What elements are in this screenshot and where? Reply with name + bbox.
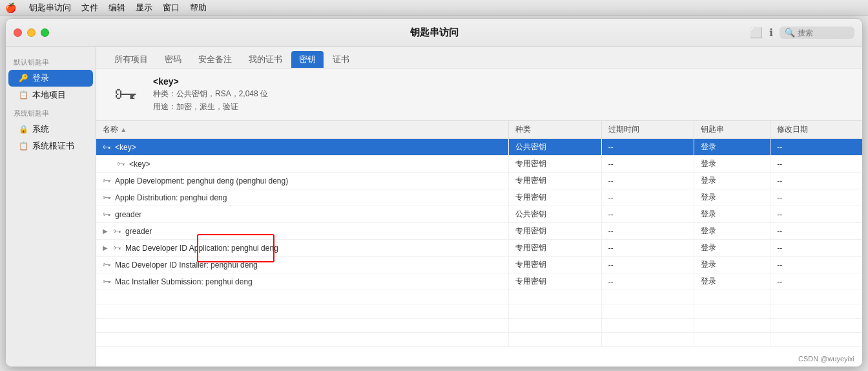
close-button[interactable] (14, 28, 22, 37)
row-modified: -- (770, 240, 862, 257)
row-type: 公共密钥 (509, 139, 601, 156)
name-cell: ▶🗝greader (103, 226, 322, 236)
key-icon: 🗝 (103, 260, 111, 270)
row-keychain: 登录 (694, 223, 770, 240)
row-keychain: 登录 (694, 173, 770, 189)
col-modified[interactable]: 修改日期 (770, 121, 862, 139)
sidebar-item-login[interactable]: 🔑 登录 (8, 70, 93, 87)
key-icon: 🗝 (113, 243, 121, 253)
key-icon: 🗝 (103, 193, 111, 202)
sidebar-item-label: 本地项目 (32, 89, 66, 101)
tab-key[interactable]: 密钥 (291, 51, 324, 68)
system-icon: 🔒 (19, 125, 28, 134)
row-expiry: -- (601, 223, 694, 240)
menu-display[interactable]: 显示 (136, 2, 152, 14)
expand-arrow-icon[interactable]: ▶ (103, 228, 108, 235)
sidebar-item-sysroot[interactable]: 📋 系统根证书 (8, 138, 93, 154)
empty-row (96, 304, 862, 319)
name-cell: 🗝Apple Development: penghui deng (penghu… (103, 176, 322, 186)
row-modified: -- (770, 189, 862, 206)
menu-help[interactable]: 帮助 (190, 2, 207, 14)
sidebar-item-label: 登录 (32, 72, 49, 84)
row-modified: -- (770, 173, 862, 189)
name-cell: 🗝<key> (103, 142, 322, 152)
row-keychain: 登录 (694, 240, 770, 257)
row-name: Mac Developer ID Application: penghui de… (125, 244, 278, 253)
tab-all[interactable]: 所有项目 (107, 51, 156, 68)
table-row[interactable]: ▶🗝greader专用密钥--登录-- (96, 223, 862, 240)
row-type: 专用密钥 (509, 189, 601, 206)
key-icon: 🗝 (103, 142, 111, 152)
col-expiry[interactable]: 过期时间 (601, 121, 694, 139)
window-title: 钥匙串访问 (410, 26, 459, 39)
empty-row (96, 333, 862, 347)
row-expiry: -- (601, 173, 694, 189)
menu-keychain[interactable]: 钥匙串访问 (29, 2, 71, 14)
info-button[interactable]: ℹ (769, 26, 773, 39)
col-modified-label: 修改日期 (777, 125, 808, 134)
row-modified: -- (770, 223, 862, 240)
col-type[interactable]: 种类 (509, 121, 601, 139)
row-name: greader (125, 227, 152, 236)
col-name-label: 名称 (103, 125, 118, 134)
table-container[interactable]: 名称 ▲ 种类 过期时间 钥匙串 修改日期 🗝<key>公共密钥--登录--🗝<… (96, 121, 862, 366)
sidebar-section-default: 默认钥匙串 (6, 52, 96, 70)
col-expiry-label: 过期时间 (608, 125, 639, 134)
key-icon: 🗝 (103, 277, 111, 286)
table-row[interactable]: 🗝greader公共密钥--登录-- (96, 206, 862, 223)
search-box[interactable]: 🔍 (780, 26, 854, 39)
table-row[interactable]: 🗝<key>专用密钥--登录-- (96, 156, 862, 173)
col-keychain-label: 钥匙串 (701, 125, 724, 134)
tab-security-note[interactable]: 安全备注 (191, 51, 240, 68)
search-input[interactable] (798, 28, 849, 37)
maximize-button[interactable] (41, 28, 49, 37)
sidebar-item-system[interactable]: 🔒 系统 (8, 121, 93, 138)
tab-password[interactable]: 密码 (157, 51, 189, 68)
table-row[interactable]: 🗝Mac Installer Submission: penghui deng专… (96, 273, 862, 290)
menu-window[interactable]: 窗口 (163, 2, 180, 14)
title-bar: 钥匙串访问 ⬜ ℹ 🔍 (6, 19, 862, 47)
table-row[interactable]: 🗝Apple Distribution: penghui deng专用密钥--登… (96, 189, 862, 206)
app-window: 钥匙串访问 ⬜ ℹ 🔍 默认钥匙串 🔑 登录 📋 本地项目 系统钥匙串 (5, 18, 863, 367)
table-header-row: 名称 ▲ 种类 过期时间 钥匙串 修改日期 (96, 121, 862, 139)
table-row[interactable]: 🗝Apple Development: penghui deng (penghu… (96, 173, 862, 189)
minimize-button[interactable] (27, 28, 36, 37)
keys-table: 名称 ▲ 种类 过期时间 钥匙串 修改日期 🗝<key>公共密钥--登录--🗝<… (96, 121, 862, 347)
main-area: 默认钥匙串 🔑 登录 📋 本地项目 系统钥匙串 🔒 系统 📋 系统根证书 (6, 47, 862, 366)
login-icon: 🔑 (19, 74, 28, 83)
empty-row (96, 290, 862, 304)
row-type: 专用密钥 (509, 156, 601, 173)
expand-arrow-icon[interactable]: ▶ (103, 244, 108, 251)
row-keychain: 登录 (694, 156, 770, 173)
empty-row (96, 319, 862, 333)
name-cell: 🗝Apple Distribution: penghui deng (103, 193, 322, 202)
row-modified: -- (770, 139, 862, 156)
sysroot-icon: 📋 (19, 142, 28, 151)
menu-file[interactable]: 文件 (81, 2, 98, 14)
sidebar-item-local[interactable]: 📋 本地项目 (8, 87, 93, 103)
table-row[interactable]: 🗝Mac Developer ID Installer: penghui den… (96, 257, 862, 273)
table-row[interactable]: ▶🗝Mac Developer ID Application: penghui … (96, 240, 862, 257)
table-row[interactable]: 🗝<key>公共密钥--登录-- (96, 139, 862, 156)
row-type: 专用密钥 (509, 273, 601, 290)
row-keychain: 登录 (694, 273, 770, 290)
col-keychain[interactable]: 钥匙串 (694, 121, 770, 139)
apple-menu[interactable]: 🍎 (5, 3, 16, 13)
tabs: 所有项目 密码 安全备注 我的证书 密钥 证书 (96, 47, 862, 69)
col-name[interactable]: 名称 ▲ (96, 121, 509, 139)
item-type: 种类：公共密钥，RSA，2,048 位 (153, 89, 268, 100)
row-type: 专用密钥 (509, 223, 601, 240)
tab-my-cert[interactable]: 我的证书 (241, 51, 290, 68)
share-button[interactable]: ⬜ (750, 26, 763, 39)
key-icon: 🗝 (117, 159, 125, 169)
menu-edit[interactable]: 编辑 (108, 2, 125, 14)
row-type: 专用密钥 (509, 257, 601, 273)
name-cell: ▶🗝Mac Developer ID Application: penghui … (103, 243, 322, 253)
row-type: 专用密钥 (509, 173, 601, 189)
row-expiry: -- (601, 257, 694, 273)
row-name: Apple Distribution: penghui deng (115, 193, 227, 202)
name-cell: 🗝Mac Developer ID Installer: penghui den… (103, 260, 322, 270)
row-name: <key> (129, 160, 150, 169)
tab-cert[interactable]: 证书 (325, 51, 357, 68)
row-expiry: -- (601, 189, 694, 206)
